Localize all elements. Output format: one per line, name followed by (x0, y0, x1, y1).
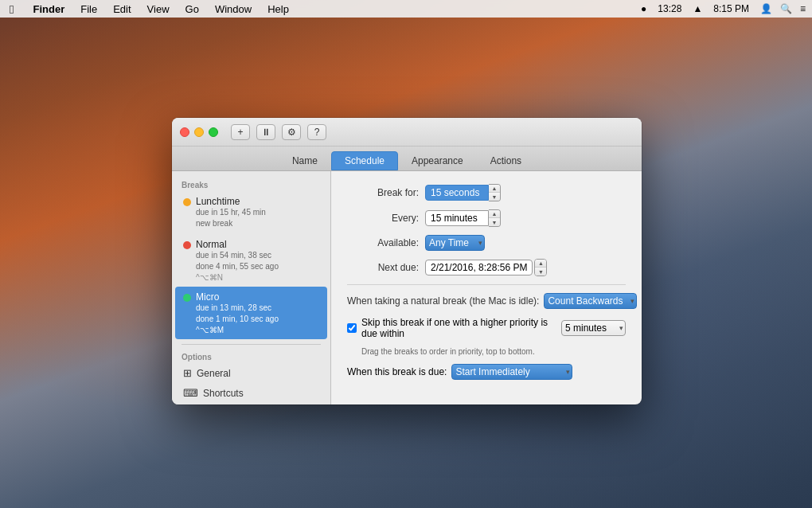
menu-file[interactable]: File (77, 3, 100, 15)
when-due-select[interactable]: Start Immediately Wait for next opportun… (451, 364, 572, 380)
available-row: Available: Any Time Morning Afternoon Ev… (347, 235, 626, 251)
break-info-normal: Normal due in 54 min, 38 sec done 4 min,… (196, 239, 318, 282)
schedule-panel: Break for: ▲ ▼ Every: ▲ ▼ (331, 171, 642, 404)
menubar-right: ● 13:28 ▲ 8:15 PM 👤 🔍 ≡ (641, 3, 806, 14)
option-general[interactable]: ⊞ General (175, 363, 327, 383)
section-divider-1 (347, 284, 626, 285)
available-label: Available: (347, 237, 419, 248)
option-exclusions[interactable]: ✳ Exclusions (175, 403, 327, 404)
break-info-micro: Micro due in 13 min, 28 sec done 1 min, … (196, 291, 318, 334)
menu-window[interactable]: Window (212, 3, 255, 15)
break-name-lunchtime: Lunchtime (196, 196, 318, 207)
apple-menu[interactable]:  (6, 2, 17, 16)
available-select[interactable]: Any Time Morning Afternoon Evening (425, 235, 485, 251)
every-up[interactable]: ▲ (489, 210, 500, 218)
break-item-lunchtime[interactable]: Lunchtime due in 15 hr, 45 min new break (175, 191, 327, 234)
break-shortcut-micro: ^⌥⌘M (196, 326, 318, 334)
gear-button[interactable]: ⚙ (282, 124, 301, 140)
skip-select[interactable]: 5 minutes 10 minutes 15 minutes (561, 320, 626, 336)
break-detail2-normal: done 4 min, 55 sec ago (196, 261, 318, 272)
next-due-label: Next due: (347, 262, 419, 273)
every-stepper: ▲ ▼ (425, 209, 501, 227)
break-name-normal: Normal (196, 239, 318, 250)
maximize-button[interactable] (209, 127, 218, 137)
break-detail2-micro: done 1 min, 10 sec ago (196, 314, 318, 325)
clock-display: 13:28 (654, 3, 685, 14)
break-for-arrows: ▲ ▼ (489, 184, 501, 201)
app-name[interactable]: Finder (29, 3, 68, 15)
search-icon[interactable]: 🔍 (780, 3, 792, 14)
break-item-micro[interactable]: Micro due in 13 min, 28 sec done 1 min, … (175, 287, 327, 339)
skip-checkbox[interactable] (347, 323, 357, 333)
break-item-normal[interactable]: Normal due in 54 min, 38 sec done 4 min,… (175, 234, 327, 287)
tabbar: Name Schedule Appearance Actions (172, 147, 642, 171)
natural-break-select-wrapper: Count Backwards Count Forwards Pause (544, 293, 637, 309)
break-dot-micro (183, 294, 191, 302)
option-shortcuts[interactable]: ⌨ Shortcuts (175, 383, 327, 403)
every-arrows: ▲ ▼ (489, 209, 501, 227)
break-for-down[interactable]: ▼ (489, 193, 500, 201)
menu-help[interactable]: Help (264, 3, 292, 15)
break-shortcut-normal: ^⌥⌘N (196, 273, 318, 282)
titlebar: + ⏸ ⚙ ? (172, 118, 642, 147)
pause-button[interactable]: ⏸ (256, 124, 275, 140)
natural-break-select[interactable]: Count Backwards Count Forwards Pause (544, 293, 637, 309)
help-button[interactable]: ? (307, 124, 326, 140)
sidebar-divider (182, 344, 321, 345)
when-due-label: When this break is due: (347, 366, 447, 377)
break-name-micro: Micro (196, 291, 318, 303)
available-select-wrapper: Any Time Morning Afternoon Evening (425, 235, 485, 251)
wifi-signal-icon: ▲ (693, 3, 702, 14)
option-general-label: General (197, 368, 231, 379)
break-detail1-micro: due in 13 min, 28 sec (196, 303, 318, 314)
natural-break-label: When taking a natural break (the Mac is … (347, 295, 539, 307)
break-dot-lunchtime (183, 198, 191, 206)
minimize-button[interactable] (194, 127, 204, 137)
breaks-section-label: Breaks (172, 178, 330, 191)
menu-edit[interactable]: Edit (110, 3, 134, 15)
next-due-value: 2/21/2016, 8:28:56 PM ▲ ▼ (425, 259, 547, 276)
skip-row: Skip this break if one with a higher pri… (347, 317, 626, 339)
break-for-input[interactable] (425, 185, 489, 201)
menu-view[interactable]: View (144, 3, 173, 15)
break-detail1-lunchtime: due in 15 hr, 45 min (196, 207, 318, 218)
every-row: Every: ▲ ▼ (347, 209, 626, 227)
user-icon: 👤 (760, 3, 772, 14)
every-down[interactable]: ▼ (489, 218, 500, 226)
option-shortcuts-label: Shortcuts (203, 388, 244, 399)
tab-appearance[interactable]: Appearance (398, 151, 477, 170)
main-window: + ⏸ ⚙ ? Name Schedule Appearance Actions… (172, 118, 642, 404)
menubar-left:  Finder File Edit View Go Window Help (6, 2, 638, 16)
tab-schedule[interactable]: Schedule (331, 151, 398, 170)
wifi-icon: ● (641, 3, 646, 14)
options-section-label: Options (172, 350, 330, 363)
traffic-lights (180, 127, 218, 137)
when-due-row: When this break is due: Start Immediatel… (347, 364, 626, 380)
general-icon: ⊞ (183, 367, 192, 379)
next-due-down[interactable]: ▼ (535, 268, 546, 275)
menu-extras-icon[interactable]: ≡ (800, 3, 806, 14)
menu-go[interactable]: Go (182, 3, 202, 15)
menubar:  Finder File Edit View Go Window Help ●… (0, 0, 812, 18)
next-due-arrows: ▲ ▼ (534, 259, 547, 276)
skip-select-wrapper: 5 minutes 10 minutes 15 minutes (561, 320, 626, 336)
break-for-up[interactable]: ▲ (489, 185, 500, 193)
every-label: Every: (347, 213, 419, 224)
skip-label: Skip this break if one with a higher pri… (361, 317, 556, 339)
window-body: Breaks Lunchtime due in 15 hr, 45 min ne… (172, 171, 642, 404)
when-due-select-wrapper: Start Immediately Wait for next opportun… (451, 364, 572, 380)
natural-break-row: When taking a natural break (the Mac is … (347, 293, 626, 309)
shortcuts-icon: ⌨ (183, 387, 198, 399)
close-button[interactable] (180, 127, 189, 137)
add-button[interactable]: + (231, 124, 250, 140)
break-dot-normal (183, 241, 191, 249)
break-for-row: Break for: ▲ ▼ (347, 184, 626, 201)
time-display: 8:15 PM (710, 3, 752, 14)
every-input[interactable] (425, 210, 489, 226)
tab-actions[interactable]: Actions (477, 151, 535, 170)
drag-note: Drag the breaks to order in priority, to… (361, 347, 626, 356)
tab-name[interactable]: Name (279, 151, 331, 170)
break-detail1-normal: due in 54 min, 38 sec (196, 250, 318, 261)
break-detail2-lunchtime: new break (196, 218, 318, 229)
next-due-up[interactable]: ▲ (535, 260, 546, 268)
